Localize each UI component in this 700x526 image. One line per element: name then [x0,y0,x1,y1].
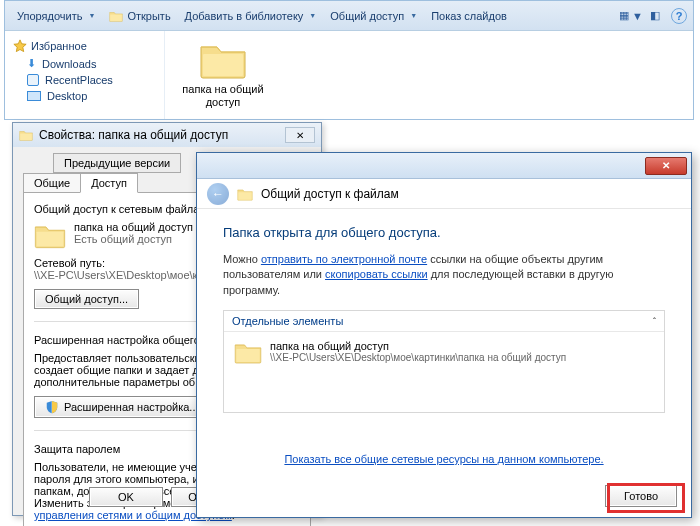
folder-item[interactable]: папка на общий доступ [173,39,273,109]
fav-downloads[interactable]: ⬇ Downloads [9,55,160,72]
favorites-header[interactable]: Избранное [9,37,160,55]
explorer-window: Упорядочить▼ Открыть Добавить в библиоте… [4,0,694,120]
toolbar-slideshow[interactable]: Показ слайдов [425,7,513,25]
shield-icon [45,400,59,414]
toolbar-open[interactable]: Открыть [103,6,176,26]
wizard-text: Можно отправить по электронной почте ссы… [223,252,665,298]
explorer-toolbar: Упорядочить▼ Открыть Добавить в библиоте… [5,1,693,31]
tab-general[interactable]: Общие [23,173,81,193]
file-sharing-wizard: ✕ ← Общий доступ к файлам Папка открыта … [196,152,692,518]
share-status: Есть общий доступ [74,233,193,245]
collapse-icon: ˆ [653,316,656,326]
toolbar-organize[interactable]: Упорядочить▼ [11,7,101,25]
recent-icon [27,74,39,86]
wizard-close-button[interactable]: ✕ [645,157,687,175]
properties-title-text: Свойства: папка на общий доступ [39,128,228,142]
advanced-settings-button[interactable]: Расширенная настройка... [34,396,210,418]
properties-titlebar: Свойства: папка на общий доступ ✕ [13,123,321,147]
wizard-header: ← Общий доступ к файлам [197,179,691,209]
open-icon [109,9,123,23]
properties-close-button[interactable]: ✕ [285,127,315,143]
content-pane: папка на общий доступ [165,31,693,119]
star-icon [13,39,27,53]
shared-item-name: папка на общий доступ [270,340,566,352]
items-group-header[interactable]: Отдельные элементы ˆ [224,311,664,332]
wizard-title-text: Общий доступ к файлам [261,187,399,201]
shared-item-path: \\XE-PC\Users\XE\Desktop\мое\картинки\па… [270,352,566,363]
shared-item-row[interactable]: папка на общий доступ \\XE-PC\Users\XE\D… [234,340,654,364]
wizard-titlebar: ✕ [197,153,691,179]
ok-button[interactable]: OK [89,487,163,507]
preview-pane-icon[interactable]: ◧ [647,8,663,24]
folder-icon [19,129,33,141]
folder-name-label: папка на общий доступ [74,221,193,233]
share-icon [237,187,253,201]
folder-icon [34,221,66,249]
email-link[interactable]: отправить по электронной почте [261,253,427,265]
toolbar-add-library[interactable]: Добавить в библиотеку▼ [179,7,323,25]
downloads-icon: ⬇ [27,57,36,70]
toolbar-share[interactable]: Общий доступ▼ [324,7,423,25]
copy-links-link[interactable]: скопировать ссылки [325,268,428,280]
view-options-icon[interactable]: ▦▼ [623,8,639,24]
show-all-shares-link[interactable]: Показать все общие сетевые ресурсы на да… [284,453,603,465]
fav-recent[interactable]: RecentPlaces [9,72,160,88]
fav-desktop[interactable]: Desktop [9,88,160,104]
items-group: Отдельные элементы ˆ папка на общий дост… [223,310,665,413]
folder-icon [234,340,262,364]
wizard-heading: Папка открыта для общего доступа. [223,225,665,240]
share-button[interactable]: Общий доступ... [34,289,139,309]
done-button[interactable]: Готово [605,485,677,507]
help-icon[interactable]: ? [671,8,687,24]
folder-icon [199,39,247,79]
desktop-icon [27,91,41,101]
tab-previous-versions[interactable]: Предыдущие версии [53,153,181,173]
tab-access[interactable]: Доступ [80,173,138,193]
back-button[interactable]: ← [207,183,229,205]
nav-pane: Избранное ⬇ Downloads RecentPlaces Deskt… [5,31,165,119]
